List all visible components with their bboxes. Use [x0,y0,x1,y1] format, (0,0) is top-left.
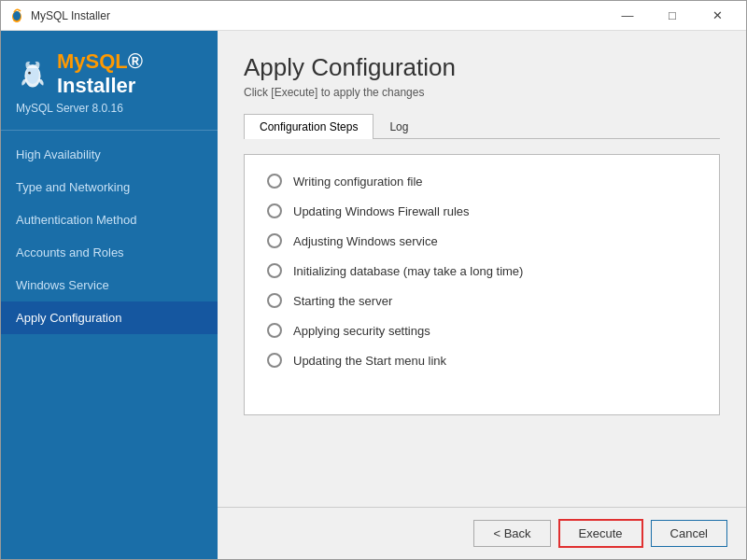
svg-point-1 [13,11,21,21]
app-icon [8,7,25,24]
tab-configuration-steps[interactable]: Configuration Steps [244,114,374,139]
tab-log[interactable]: Log [374,114,424,139]
title-bar: MySQL Installer — □ ✕ [1,1,746,31]
product-subtitle: MySQL Server 8.0.16 [16,102,203,115]
dolphin-icon [16,54,49,93]
step-writing-config: Writing configuration file [267,174,697,189]
sidebar-nav: High Availability Type and Networking Au… [1,131,218,559]
step-init-db: Initializing database (may take a long t… [267,263,697,278]
main-content-area: Apply Configuration Click [Execute] to a… [218,31,746,507]
sidebar-item-accounts-roles[interactable]: Accounts and Roles [1,236,218,269]
sidebar-item-auth-method[interactable]: Authentication Method [1,203,218,236]
step-starting-server: Starting the server [267,293,697,308]
step-radio-starting-server [267,293,282,308]
step-security: Applying security settings [267,323,697,338]
minimize-button[interactable]: — [606,2,649,30]
step-label-writing-config: Writing configuration file [293,175,423,189]
title-bar-text: MySQL Installer [31,9,606,22]
sidebar-item-windows-service[interactable]: Windows Service [1,269,218,301]
page-subtitle: Click [Execute] to apply the changes [244,86,720,99]
step-label-init-db: Initializing database (may take a long t… [293,264,523,278]
step-radio-security [267,323,282,338]
back-button[interactable]: < Back [473,520,550,547]
brand-text: MySQL® Installer [57,49,203,98]
svg-point-4 [28,72,31,75]
step-radio-firewall [267,203,282,218]
mysql-text: MySQL [57,49,128,73]
step-label-firewall: Updating Windows Firewall rules [293,204,470,218]
cancel-button[interactable]: Cancel [651,520,727,547]
main-layout: MySQL® Installer MySQL Server 8.0.16 Hig… [1,31,746,559]
step-radio-start-menu [267,353,282,368]
step-label-start-menu: Updating the Start menu link [293,354,446,368]
sidebar-item-type-networking[interactable]: Type and Networking [1,171,218,203]
app-window: MySQL Installer — □ ✕ [0,0,747,560]
tabs-bar: Configuration Steps Log [244,114,720,139]
execute-button[interactable]: Execute [558,519,643,548]
sidebar: MySQL® Installer MySQL Server 8.0.16 Hig… [1,31,218,559]
step-label-adjusting-service: Adjusting Windows service [293,234,438,248]
step-start-menu: Updating the Start menu link [267,353,697,368]
step-label-starting-server: Starting the server [293,294,392,308]
maximize-button[interactable]: □ [651,2,694,30]
main-panel: Apply Configuration Click [Execute] to a… [218,31,746,559]
brand-mysql: MySQL® Installer [57,49,203,98]
sidebar-logo: MySQL® Installer [16,49,203,98]
close-button[interactable]: ✕ [696,2,739,30]
sidebar-header: MySQL® Installer MySQL Server 8.0.16 [1,31,218,131]
sidebar-item-apply-configuration[interactable]: Apply Configuration [1,301,218,334]
step-radio-writing-config [267,174,282,189]
step-label-security: Applying security settings [293,324,430,338]
step-radio-adjusting-service [267,233,282,248]
sidebar-item-high-availability[interactable]: High Availability [1,138,218,171]
step-firewall: Updating Windows Firewall rules [267,203,697,218]
step-radio-init-db [267,263,282,278]
page-title: Apply Configuration [244,53,720,82]
configuration-steps-panel: Writing configuration file Updating Wind… [244,154,720,415]
footer: < Back Execute Cancel [218,507,746,559]
step-adjusting-service: Adjusting Windows service [267,233,697,248]
window-controls: — □ ✕ [606,2,739,30]
